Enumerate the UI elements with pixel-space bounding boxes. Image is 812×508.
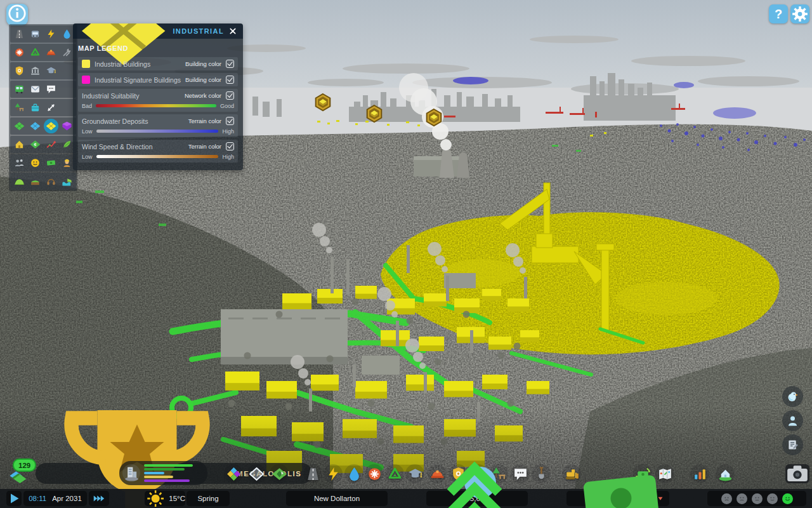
population-widget[interactable]: 95,699 — [426, 491, 528, 506]
recycle-icon — [387, 466, 403, 482]
education-tool[interactable] — [405, 464, 424, 483]
infoview-grid: ¢ — [9, 24, 77, 191]
journal-button[interactable] — [782, 434, 803, 455]
infoview-transportation[interactable] — [11, 83, 27, 96]
bird-icon — [786, 390, 799, 403]
infoview-fertility[interactable] — [27, 175, 43, 188]
infoview-happiness[interactable] — [27, 156, 43, 170]
infoview-roads[interactable] — [11, 27, 27, 41]
infoview-tourism[interactable] — [27, 101, 43, 114]
infoview-healthcare[interactable] — [11, 46, 27, 59]
gradient-bar — [96, 155, 219, 158]
city-name: New Dollarton — [314, 495, 360, 502]
infoview-residential[interactable] — [11, 119, 27, 133]
infoview-grid-row — [10, 62, 76, 79]
xp-badge: 129 — [13, 458, 36, 472]
gradient-low-label: Low — [82, 154, 93, 160]
infoview-routes[interactable] — [43, 101, 59, 114]
city-name-display[interactable]: New Dollarton — [286, 491, 388, 506]
infoview-noise[interactable] — [43, 175, 59, 188]
infoview-education[interactable] — [43, 64, 59, 77]
legend-item: Groundwater DepositsTerrain colorLowHigh — [78, 114, 238, 137]
demand-bar — [144, 468, 185, 471]
demand-widget[interactable] — [119, 461, 207, 485]
legend-checkbox[interactable] — [226, 60, 234, 68]
healthcare-icon — [14, 47, 25, 58]
areastool-icon — [249, 466, 265, 482]
water-sewage-tool[interactable] — [344, 464, 363, 483]
infoview-traffic[interactable] — [27, 27, 43, 41]
infoview-land-rent[interactable]: ¢ — [27, 138, 43, 151]
infoview-administration[interactable] — [27, 64, 43, 77]
legend-checkbox[interactable] — [226, 142, 234, 150]
terraintool-icon — [272, 466, 287, 482]
legend-checkbox[interactable] — [226, 91, 234, 100]
panel-header: INDUSTRIAL — [73, 23, 243, 39]
gradient-bar — [96, 104, 216, 107]
help-button[interactable]: ? — [769, 4, 788, 23]
happiness-faces — [721, 493, 793, 504]
zones-tool[interactable] — [224, 464, 243, 483]
demand-bar — [144, 476, 173, 478]
panel-title: INDUSTRIAL — [173, 27, 224, 35]
photo-mode-button[interactable] — [785, 464, 809, 483]
legend-checkbox[interactable] — [226, 76, 234, 84]
landscaping-tool[interactable] — [532, 464, 551, 483]
fertility-icon — [30, 176, 41, 187]
legend-label: Wind Speed & Direction — [82, 143, 184, 150]
gear-icon — [790, 4, 809, 23]
areas-tool[interactable] — [247, 464, 266, 483]
drop-icon — [346, 466, 362, 482]
infoview-fire-rescue[interactable] — [43, 46, 59, 59]
road-icon — [305, 466, 321, 482]
infoview-commercial[interactable] — [27, 119, 43, 133]
question-icon: ? — [769, 4, 788, 23]
fast-forward-button[interactable] — [89, 491, 109, 506]
gradient-low-label: Bad — [82, 103, 92, 109]
infoview-land-value[interactable] — [11, 138, 27, 151]
settings-button[interactable] — [790, 4, 809, 23]
xp-widget[interactable]: 129 — [8, 458, 37, 488]
money-icon — [573, 450, 669, 508]
electricity-tool[interactable] — [324, 464, 343, 483]
infoview-industrial[interactable] — [43, 119, 59, 133]
journal-icon — [786, 438, 799, 451]
legend-mode-label: Network color — [185, 92, 221, 99]
infoview-water-resources[interactable] — [59, 175, 75, 188]
play-icon — [6, 491, 22, 506]
infoview-wealth[interactable] — [43, 156, 59, 170]
legend-label: Industrial Suitability — [82, 92, 180, 100]
fast-forward-icon — [92, 491, 106, 505]
gradient-low-label: Low — [82, 128, 93, 135]
money-widget[interactable]: ¢38,341,849 — [566, 491, 669, 506]
infoview-garbage[interactable] — [27, 46, 43, 59]
infoview-statistics[interactable] — [43, 138, 59, 151]
infoview-grid-row — [10, 99, 76, 116]
chirper-button[interactable] — [782, 386, 803, 407]
legend-item: Wind Speed & DirectionTerrain colorLowHi… — [78, 140, 238, 163]
office-icon — [62, 121, 72, 131]
healthcare-tool[interactable] — [365, 464, 384, 483]
infoview-parks[interactable] — [11, 101, 27, 114]
close-icon[interactable] — [228, 26, 238, 36]
infoview-telecom[interactable] — [43, 83, 59, 96]
infoviews-button[interactable] — [6, 4, 28, 25]
statistics-button[interactable] — [690, 464, 709, 483]
play-button[interactable] — [6, 491, 22, 506]
roads-tool[interactable] — [303, 464, 322, 483]
legend-checkbox[interactable] — [226, 117, 234, 125]
infoview-population[interactable] — [11, 156, 27, 170]
infoview-terrain[interactable] — [11, 175, 27, 188]
demand-bar — [144, 472, 164, 474]
happiness-widget[interactable] — [707, 491, 806, 506]
garbage-tool[interactable] — [385, 464, 404, 483]
infoview-electricity[interactable] — [43, 27, 59, 41]
terrain-tool[interactable] — [270, 464, 289, 483]
infoview-police[interactable] — [11, 64, 27, 77]
progression-button[interactable] — [716, 464, 735, 483]
pollution-icon — [62, 139, 72, 150]
infoview-post[interactable] — [27, 83, 43, 96]
follow-citizen-button[interactable] — [782, 410, 803, 431]
demand-bars — [144, 464, 200, 482]
demand-bar — [144, 464, 193, 467]
